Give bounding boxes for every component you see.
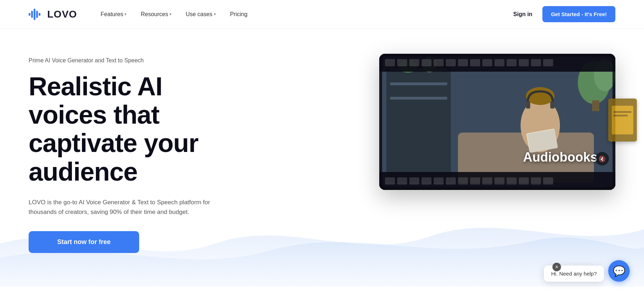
- filmstrip-hole: [543, 177, 553, 185]
- svg-rect-17: [526, 101, 530, 109]
- filmstrip-hole: [421, 59, 431, 66]
- svg-rect-9: [390, 97, 447, 100]
- filmstrip-hole: [458, 59, 468, 66]
- start-free-button[interactable]: Start now for free: [29, 231, 139, 253]
- nav-links: Features ▾ Resources ▾ Use cases ▾ Prici…: [95, 8, 512, 20]
- video-mute-button[interactable]: 🔇: [595, 152, 609, 166]
- hero-title: Realistic AI voices that captivate your …: [29, 72, 236, 186]
- svg-rect-27: [614, 115, 628, 116]
- get-started-button[interactable]: Get Started - It's Free!: [542, 6, 615, 22]
- video-container: Audiobooks 🔇: [379, 54, 615, 190]
- hero-description: LOVO is the go-to AI Voice Generator & T…: [29, 197, 215, 217]
- filmstrip-hole: [494, 177, 504, 185]
- filmstrip-hole: [519, 177, 529, 185]
- hero-section: Prime AI Voice Generator and Text to Spe…: [0, 29, 644, 287]
- filmstrip-hole: [543, 59, 553, 66]
- filmstrip-hole: [470, 59, 480, 66]
- chat-open-button[interactable]: 💬: [608, 260, 630, 282]
- filmstrip-hole: [421, 177, 431, 185]
- logo-text: LOVO: [47, 9, 77, 20]
- chat-icon: 💬: [613, 265, 625, 277]
- svg-rect-6: [386, 61, 451, 183]
- chat-tooltip-container: ✕ Hi. Need any help?: [544, 266, 604, 282]
- hero-visual: Audiobooks 🔇: [236, 50, 615, 190]
- features-chevron-icon: ▾: [125, 12, 126, 16]
- logo-icon: [29, 8, 44, 21]
- hero-content: Prime AI Voice Generator and Text to Spe…: [29, 50, 236, 253]
- filmstrip-hole: [409, 177, 419, 185]
- filmstrip-hole: [446, 59, 456, 66]
- filmstrip-hole: [507, 59, 517, 66]
- svg-rect-26: [614, 111, 631, 113]
- filmstrip-top: [379, 54, 615, 72]
- svg-rect-25: [612, 106, 633, 134]
- svg-rect-4: [39, 13, 40, 16]
- logo-link[interactable]: LOVO: [29, 8, 77, 21]
- svg-rect-3: [36, 11, 38, 18]
- svg-rect-2: [34, 9, 35, 20]
- filmstrip-hole: [494, 59, 504, 66]
- filmstrip-hole: [434, 177, 444, 185]
- svg-rect-0: [29, 13, 30, 16]
- nav-features[interactable]: Features ▾: [95, 8, 132, 20]
- close-icon: ✕: [555, 264, 558, 269]
- filmstrip-hole: [385, 59, 395, 66]
- filmstrip-bottom: [379, 172, 615, 190]
- svg-rect-23: [592, 100, 599, 111]
- navbar: LOVO Features ▾ Resources ▾ Use cases ▾ …: [0, 0, 644, 29]
- filmstrip-hole: [385, 177, 395, 185]
- hero-subtitle: Prime AI Voice Generator and Text to Spe…: [29, 57, 236, 64]
- mute-icon: 🔇: [599, 156, 606, 162]
- filmstrip-hole: [482, 59, 492, 66]
- chat-close-button[interactable]: ✕: [552, 263, 561, 271]
- svg-rect-18: [550, 101, 555, 109]
- filmstrip-hole: [482, 177, 492, 185]
- filmstrip-hole: [531, 177, 541, 185]
- filmstrip-hole: [409, 59, 419, 66]
- side-thumbnail-right: [608, 99, 637, 142]
- filmstrip-hole: [397, 177, 407, 185]
- svg-rect-8: [390, 82, 447, 85]
- resources-chevron-icon: ▾: [170, 12, 171, 16]
- filmstrip-hole: [397, 59, 407, 66]
- filmstrip-hole: [446, 177, 456, 185]
- svg-rect-1: [31, 11, 33, 18]
- filmstrip-hole: [434, 59, 444, 66]
- chat-widget: ✕ Hi. Need any help? 💬: [544, 260, 630, 282]
- filmstrip-hole: [519, 59, 529, 66]
- nav-pricing[interactable]: Pricing: [224, 8, 253, 20]
- video-label: Audiobooks: [523, 150, 597, 165]
- filmstrip-hole: [458, 177, 468, 185]
- nav-resources[interactable]: Resources ▾: [135, 8, 177, 20]
- use-cases-chevron-icon: ▾: [214, 12, 216, 16]
- filmstrip-hole: [470, 177, 480, 185]
- signin-button[interactable]: Sign in: [512, 8, 534, 20]
- nav-actions: Sign in Get Started - It's Free!: [512, 6, 615, 22]
- filmstrip-hole: [531, 59, 541, 66]
- nav-use-cases[interactable]: Use cases ▾: [180, 8, 221, 20]
- filmstrip-hole: [507, 177, 517, 185]
